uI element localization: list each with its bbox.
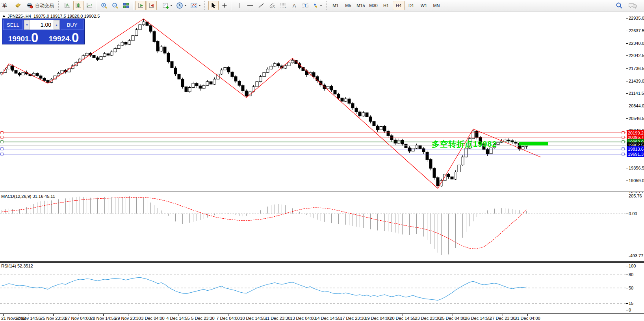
price-axis-label: 22935.0 bbox=[629, 16, 644, 20]
line-chart-button[interactable] bbox=[84, 1, 95, 10]
periods-icon bbox=[176, 2, 183, 9]
pivot-annotation-text[interactable]: 多空转折点19982 bbox=[432, 139, 497, 149]
price-axis-label: 19356.5 bbox=[629, 166, 644, 170]
fibonacci-button[interactable]: F bbox=[278, 1, 288, 10]
timeframe-m1-button[interactable]: M1 bbox=[330, 1, 341, 10]
time-axis-label: 19 Dec 04:00 bbox=[365, 316, 390, 321]
time-axis-label: 5 Dec 23:30 bbox=[191, 316, 214, 321]
templates-button[interactable] bbox=[189, 1, 202, 10]
auto-scroll-icon bbox=[137, 2, 144, 9]
toolbar-separator bbox=[159, 1, 159, 10]
vertical-line-icon bbox=[236, 2, 242, 9]
timeframe-m30-button[interactable]: M30 bbox=[367, 1, 379, 10]
text-label-button[interactable]: T bbox=[300, 1, 310, 10]
time-axis[interactable]: 21 Nov 201822 Nov 14:5525 Nov 23:3027 No… bbox=[0, 314, 644, 321]
rsi-label: RSI(14) 52.3512 bbox=[1, 264, 33, 268]
zoom-in-button[interactable] bbox=[99, 1, 109, 10]
dropdown-caret-icon bbox=[184, 5, 187, 6]
price-tag: 19691.3 bbox=[627, 151, 644, 157]
search-button[interactable] bbox=[614, 1, 624, 10]
timeframe-h1-button[interactable]: H1 bbox=[380, 1, 392, 10]
toolbar-grip[interactable] bbox=[204, 1, 206, 10]
candlestick-chart[interactable] bbox=[0, 12, 626, 192]
candlestick-icon bbox=[75, 2, 82, 9]
time-axis-label: 4 Dec 14:55 bbox=[166, 316, 189, 321]
rsi-panel[interactable]: RSI(14) 52.3512 1008050150 bbox=[0, 262, 644, 314]
horizontal-line-button[interactable] bbox=[245, 1, 255, 10]
sell-button[interactable]: SELL bbox=[3, 20, 23, 30]
indicators-button[interactable] bbox=[161, 1, 174, 10]
timeframe-w1-button[interactable]: W1 bbox=[418, 1, 430, 10]
toolbar-grip[interactable] bbox=[58, 1, 59, 10]
toolbar-right bbox=[614, 1, 638, 10]
timeframe-d1-button[interactable]: D1 bbox=[405, 1, 417, 10]
crosshair-icon bbox=[221, 2, 228, 9]
svg-text:E: E bbox=[274, 6, 275, 9]
time-axis-label: 14 Dec 14:55 bbox=[315, 316, 340, 321]
cursor-button[interactable] bbox=[208, 1, 219, 10]
equidistant-channel-button[interactable]: E bbox=[267, 1, 277, 10]
time-axis-label: 27 Nov 04:00 bbox=[65, 316, 91, 321]
symbol-period-label: JPN225-,H4 bbox=[7, 14, 31, 18]
chart-shift-icon bbox=[148, 2, 155, 9]
timeframe-mn-button[interactable]: MN bbox=[431, 1, 442, 10]
buy-price[interactable]: 19924.0 bbox=[44, 30, 84, 44]
text-button[interactable]: A bbox=[289, 1, 299, 10]
rsi-axis-label: 50 bbox=[629, 286, 644, 290]
volume-increase-button[interactable]: ▲ bbox=[54, 20, 59, 30]
chart-shift-button[interactable] bbox=[147, 1, 157, 10]
time-axis-label: 25 Dec 04:00 bbox=[440, 316, 465, 321]
tile-windows-button[interactable] bbox=[121, 1, 131, 10]
auto-scroll-button[interactable] bbox=[135, 1, 146, 10]
rsi-axis-label: 0 bbox=[629, 308, 644, 312]
timeframe-m15-button[interactable]: M15 bbox=[355, 1, 367, 10]
macd-axis-label: 0.00 bbox=[629, 211, 644, 216]
zoom-out-button[interactable] bbox=[110, 1, 120, 10]
rsi-axis-label: 80 bbox=[629, 272, 644, 277]
macd-panel[interactable]: MACD(12,26,9) 31.16 45.11 205.760.00-493… bbox=[0, 193, 644, 262]
price-tag: 19813.6 bbox=[627, 146, 644, 152]
timeframe-h4-button[interactable]: H4 bbox=[393, 1, 405, 10]
time-axis-label: 27 Dec 23:30 bbox=[490, 316, 515, 321]
arrows-button[interactable] bbox=[311, 1, 324, 10]
toolbar-grip[interactable] bbox=[326, 1, 327, 10]
search-icon bbox=[616, 2, 623, 9]
text-icon: A bbox=[293, 3, 296, 9]
buy-price-main: 19924. bbox=[49, 34, 72, 44]
candlestick-button[interactable] bbox=[73, 1, 84, 10]
price-axis-label: 20546.5 bbox=[629, 116, 644, 121]
sell-price-big: 0 bbox=[31, 31, 38, 44]
price-axis-label: 22637.5 bbox=[629, 28, 644, 33]
toolbar: 订单 自动交易 bbox=[0, 0, 644, 11]
rsi-axis-label: 15 bbox=[629, 301, 644, 306]
autotrading-label: 自动交易 bbox=[35, 2, 54, 9]
mt4-window: { "toolbar": { "orders_label": "订单", "au… bbox=[0, 0, 644, 321]
time-axis-label: 3 Dec 04:00 bbox=[141, 316, 164, 321]
time-axis-label: 31 Dec 04:00 bbox=[514, 316, 540, 321]
vertical-line-button[interactable] bbox=[234, 1, 244, 10]
new-order-button[interactable]: 订单 bbox=[2, 2, 13, 9]
volume-decrease-button[interactable]: ▼ bbox=[24, 20, 30, 30]
journal-button[interactable] bbox=[13, 1, 23, 10]
crosshair-button[interactable] bbox=[219, 1, 230, 10]
periods-button[interactable] bbox=[175, 1, 188, 10]
line-chart-icon bbox=[86, 2, 93, 9]
volume-value[interactable]: 1.00 bbox=[30, 20, 54, 30]
tile-windows-icon bbox=[123, 2, 129, 9]
indicators-icon bbox=[163, 2, 169, 9]
macd-axis-label: -493.77 bbox=[629, 253, 644, 258]
arrows-icon bbox=[313, 3, 319, 9]
collapse-triangle-icon[interactable] bbox=[2, 15, 6, 17]
bar-chart-button[interactable] bbox=[62, 1, 72, 10]
autotrading-button[interactable]: 自动交易 bbox=[24, 1, 56, 10]
main-chart-panel[interactable]: JPN225-,H4 19875.0 19917.5 19820.0 19902… bbox=[0, 12, 644, 192]
buy-button[interactable]: BUY bbox=[61, 20, 84, 30]
macd-chart bbox=[0, 193, 626, 261]
sell-price[interactable]: 19901.0 bbox=[3, 30, 43, 44]
price-axis-label: 21141.5 bbox=[629, 91, 644, 96]
chat-button[interactable] bbox=[628, 1, 638, 10]
time-axis-label: 7 Dec 04:00 bbox=[216, 316, 239, 321]
trendline-button[interactable] bbox=[256, 1, 266, 10]
timeframe-m5-button[interactable]: M5 bbox=[342, 1, 354, 10]
price-axis-label: 21736.5 bbox=[629, 66, 644, 71]
